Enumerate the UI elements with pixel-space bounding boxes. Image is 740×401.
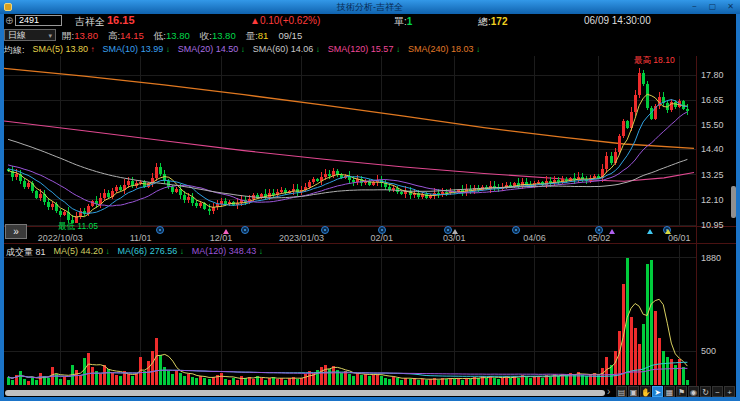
vertical-scrollbar-thumb[interactable] — [731, 186, 736, 218]
grid-chart-icon[interactable]: ▦ — [664, 386, 675, 397]
date-axis-label: 02/01 — [371, 233, 394, 243]
technical-analysis-window: 技術分析-吉祥全 − ▢ ✕ ⊕ 2491 吉祥全 16.15 ▲0.10(+0… — [0, 0, 740, 401]
volume-value: 81 — [258, 30, 269, 41]
candlestick-chart[interactable] — [4, 56, 696, 226]
window-title: 技術分析-吉祥全 — [337, 2, 403, 12]
date-axis-label: 05/02 — [588, 233, 611, 243]
printer-icon[interactable]: ▣ — [628, 386, 639, 397]
close-value: 13.80 — [212, 30, 236, 41]
down-arrow-icon: ↓ — [259, 247, 263, 256]
plot-right-border — [696, 56, 697, 388]
down-arrow-icon: ↓ — [241, 45, 245, 54]
period-select[interactable]: 日線 ▾ — [4, 29, 56, 41]
revenue-event-icon[interactable] — [241, 226, 249, 234]
expand-button[interactable]: » — [5, 224, 27, 239]
price-axis-label: 13.25 — [701, 170, 724, 180]
eye-icon[interactable]: ◉ — [688, 386, 699, 397]
date-axis-label: 06/01 — [668, 233, 691, 243]
price-axis-label: 17.80 — [701, 70, 724, 80]
total-volume-value: 172 — [491, 16, 508, 27]
axis-separator-top — [4, 226, 736, 227]
chevron-down-icon: ▾ — [48, 30, 52, 41]
volume-legend: 成交量 81 MA(5) 44.20 ↓ MA(66) 276.56 ↓ MA(… — [6, 246, 263, 259]
refresh-icon[interactable]: ↻ — [700, 386, 711, 397]
revenue-event-icon[interactable] — [595, 226, 603, 234]
stock-code-input[interactable]: 2491 — [15, 15, 62, 26]
zoom-in-icon[interactable]: + — [724, 386, 735, 397]
app-icon — [4, 3, 12, 11]
revenue-event-icon[interactable] — [512, 226, 520, 234]
price-axis-label: 14.40 — [701, 144, 724, 154]
lowest-price-label: 最低 11.05 — [58, 221, 98, 233]
event-triangle-icon[interactable] — [647, 229, 653, 234]
maximize-button[interactable]: ▢ — [705, 1, 720, 13]
date-axis-label: 2022/10/03 — [38, 233, 83, 243]
price-axis-label: 16.65 — [701, 95, 724, 105]
event-triangle-icon[interactable] — [452, 229, 458, 234]
zoom-out-icon[interactable]: − — [712, 386, 723, 397]
price-axis-label: 15.50 — [701, 120, 724, 130]
event-triangle-icon[interactable] — [665, 229, 671, 234]
readout-date: 09/15 — [278, 30, 302, 43]
window-border-right — [736, 14, 740, 401]
low-value: 13.80 — [166, 30, 190, 41]
chart-toolbar: ▤▣✋➤▦⚑◉↻−+ — [616, 386, 735, 397]
document-icon[interactable]: ▤ — [616, 386, 627, 397]
revenue-event-icon[interactable] — [378, 226, 386, 234]
high-value: 14.15 — [120, 30, 144, 41]
cursor-icon[interactable]: ➤ — [652, 386, 663, 397]
flag-chart-icon[interactable]: ⚑ — [676, 386, 687, 397]
down-arrow-icon: ↓ — [106, 247, 110, 256]
volume-axis-label: 500 — [701, 346, 716, 356]
down-arrow-icon: ↓ — [316, 45, 320, 54]
last-price: 16.15 — [107, 14, 135, 26]
scroll-right-arrow[interactable]: › — [607, 386, 610, 397]
down-arrow-icon: ↓ — [180, 247, 184, 256]
price-axis-label: 10.95 — [701, 220, 724, 230]
titlebar[interactable]: 技術分析-吉祥全 − ▢ ✕ — [0, 0, 740, 14]
open-value: 13.80 — [74, 30, 98, 41]
single-volume: 單:1 — [394, 15, 412, 29]
volume-chart[interactable] — [4, 245, 696, 388]
volume-axis-label: 1880 — [701, 253, 721, 263]
highest-price-label: 最高 18.10 — [634, 55, 675, 67]
quote-time: 06/09 14:30:00 — [584, 15, 651, 26]
up-arrow-icon: ↑ — [91, 45, 95, 54]
revenue-event-icon[interactable] — [321, 226, 329, 234]
revenue-event-icon[interactable] — [156, 226, 164, 234]
date-axis-label: 12/01 — [210, 233, 233, 243]
date-axis-label: 03/01 — [443, 233, 466, 243]
stock-lookup-icon[interactable]: ⊕ — [5, 15, 13, 26]
axis-separator-bottom — [4, 243, 736, 244]
down-arrow-icon: ↓ — [476, 45, 480, 54]
minimize-button[interactable]: − — [687, 1, 702, 13]
close-button[interactable]: ✕ — [723, 1, 738, 13]
date-axis-label: 11/01 — [130, 233, 152, 243]
event-triangle-icon[interactable] — [609, 229, 615, 234]
down-arrow-icon: ↓ — [166, 45, 170, 54]
price-change: ▲0.10(+0.62%) — [250, 15, 320, 26]
pan-hand-icon[interactable]: ✋ — [640, 386, 651, 397]
horizontal-scrollbar-thumb[interactable] — [5, 390, 605, 396]
event-triangle-icon[interactable] — [223, 229, 229, 234]
date-axis-label: 04/06 — [523, 233, 546, 243]
price-axis-label: 12.10 — [701, 195, 724, 205]
date-axis-label: 2023/01/03 — [279, 233, 324, 243]
ohlc-readout: 開:13.80 高:14.15 低:13.80 收:13.80 量:81 09/… — [62, 30, 302, 43]
stock-name: 吉祥全 — [75, 15, 105, 29]
total-volume: 總:172 — [478, 15, 507, 29]
down-arrow-icon: ↓ — [396, 45, 400, 54]
revenue-event-icon[interactable] — [444, 226, 452, 234]
single-volume-value: 1 — [407, 16, 413, 27]
